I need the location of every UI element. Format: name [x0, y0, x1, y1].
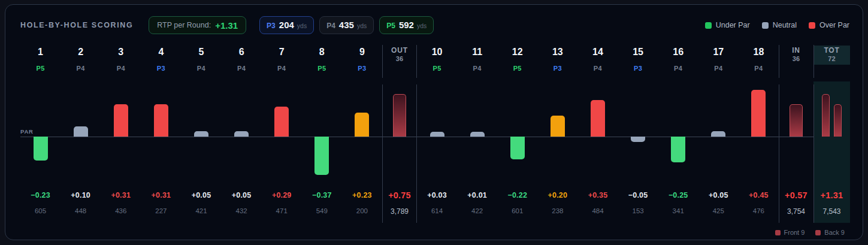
score-bar	[551, 116, 565, 137]
hole-bar-cell	[101, 79, 141, 184]
hole-yardage: 200	[342, 206, 382, 223]
hole-yardage: 614	[417, 206, 457, 223]
score-bar	[834, 104, 842, 137]
hole-yardage: 227	[141, 206, 181, 223]
par-badge-yards: 204	[279, 20, 294, 30]
hole-par: P4	[262, 62, 302, 79]
score-value: −0.23	[20, 184, 61, 206]
par-badge-unit: yds	[297, 22, 307, 29]
scoring-legend: Under ParNeutralOver Par	[705, 21, 849, 29]
hole-by-hole-scoring-card: HOLE-BY-HOLE SCORING RTP per Round: +1.3…	[5, 4, 863, 240]
legend-item-2[interactable]: Over Par	[809, 21, 849, 29]
score-value: +0.01	[457, 184, 497, 206]
hole-number: 4	[141, 42, 181, 62]
hole-column-16: 16P4−0.25341	[658, 42, 698, 223]
hole-number: 3	[101, 42, 141, 62]
score-bar	[274, 107, 289, 137]
hole-column-17: 17P4+0.05425	[698, 42, 739, 223]
legend-item-0[interactable]: Under Par	[705, 21, 750, 29]
summary-par: 36	[793, 55, 800, 63]
score-bar	[822, 94, 830, 137]
hole-bar-cell	[342, 79, 382, 184]
score-bar	[430, 132, 444, 137]
hole-bar-cell	[739, 79, 779, 184]
nine-legend-item-1[interactable]: Back 9	[815, 229, 845, 236]
hole-bar-cell	[577, 79, 618, 184]
hole-bar-cell	[618, 79, 658, 184]
score-bar	[314, 137, 329, 175]
hole-column-5: 5P4+0.05421	[181, 42, 221, 223]
hole-bar-cell	[658, 79, 698, 184]
score-bar	[470, 132, 485, 137]
summary-label: TOT	[824, 46, 839, 55]
summary-header: TOT72	[813, 42, 850, 62]
hole-column-2: 2P4+0.10448	[61, 42, 101, 223]
hole-yardage: 425	[698, 206, 739, 223]
hole-yardage: 476	[739, 206, 779, 223]
summary-par-spacer	[779, 62, 813, 79]
hole-number: 14	[577, 42, 618, 62]
summary-bar-cell	[779, 79, 813, 184]
hole-par: P4	[181, 62, 221, 79]
legend-swatch-icon	[705, 22, 712, 29]
score-bar	[74, 126, 88, 137]
hole-column-18: 18P4+0.45476	[739, 42, 779, 223]
score-bar	[751, 90, 766, 137]
hole-bar-cell	[497, 79, 537, 184]
par-badge-label: P4	[326, 22, 335, 30]
par-badge-p3[interactable]: P3204yds	[259, 16, 314, 34]
hole-number: 18	[739, 42, 779, 62]
scoring-chart: PAR 1P5−0.236052P4+0.104483P4+0.314364P3…	[20, 42, 850, 223]
legend-label: Over Par	[819, 21, 849, 29]
score-value: −0.22	[497, 184, 537, 206]
hole-bar-cell	[302, 79, 342, 184]
hole-par: P3	[342, 62, 382, 79]
hole-par: P5	[497, 62, 537, 79]
hole-column-7: 7P4+0.29471	[262, 42, 302, 223]
hole-column-4: 4P3+0.31227	[141, 42, 181, 223]
score-bar	[631, 137, 645, 142]
score-bar	[355, 113, 369, 137]
summary-par: 36	[396, 55, 403, 63]
hole-bar-cell	[61, 79, 101, 184]
score-value: +0.10	[61, 184, 101, 206]
hole-par: P3	[537, 62, 577, 79]
hole-bar-cell	[698, 79, 739, 184]
par-badge-label: P5	[386, 22, 395, 30]
hole-bar-cell	[181, 79, 221, 184]
summary-column-tot: TOT72+1.317,543	[813, 42, 850, 223]
hole-par: P3	[141, 62, 181, 79]
score-value: +0.05	[698, 184, 739, 206]
hole-yardage: 432	[222, 206, 262, 223]
hole-bar-cell	[262, 79, 302, 184]
nine-legend-item-0[interactable]: Front 9	[775, 229, 805, 236]
par-badge-yards: 592	[399, 20, 414, 30]
hole-column-10: 10P5+0.03614	[417, 42, 457, 223]
hole-par: P4	[222, 62, 262, 79]
hole-column-11: 11P4+0.01422	[457, 42, 497, 223]
score-value: +0.45	[739, 184, 779, 206]
hole-number: 1	[20, 42, 61, 62]
hole-yardage: 601	[497, 206, 537, 223]
par-badge-p5[interactable]: P5592yds	[379, 16, 434, 34]
summary-score-value: +0.57	[779, 184, 813, 206]
hole-number: 11	[457, 42, 497, 62]
summary-header: OUT36	[382, 42, 417, 62]
score-bar	[194, 131, 208, 137]
hole-par: P4	[698, 62, 739, 79]
par-badge-p4[interactable]: P4435yds	[319, 16, 374, 34]
hole-par: P3	[618, 62, 658, 79]
summary-column-in: IN36+0.573,754	[779, 42, 813, 223]
legend-item-1[interactable]: Neutral	[762, 21, 797, 29]
summary-bar-cell	[813, 79, 850, 184]
rtp-value: +1.31	[215, 20, 238, 31]
scoring-grid: 1P5−0.236052P4+0.104483P4+0.314364P3+0.3…	[20, 42, 850, 223]
score-value: +0.31	[141, 184, 181, 206]
summary-yardage: 3,754	[779, 206, 813, 223]
hole-yardage: 484	[577, 206, 618, 223]
score-bar	[34, 137, 48, 161]
hole-yardage: 605	[20, 206, 61, 223]
summary-bar-cell	[382, 79, 417, 184]
hole-number: 16	[658, 42, 698, 62]
par-badge-unit: yds	[357, 22, 367, 29]
